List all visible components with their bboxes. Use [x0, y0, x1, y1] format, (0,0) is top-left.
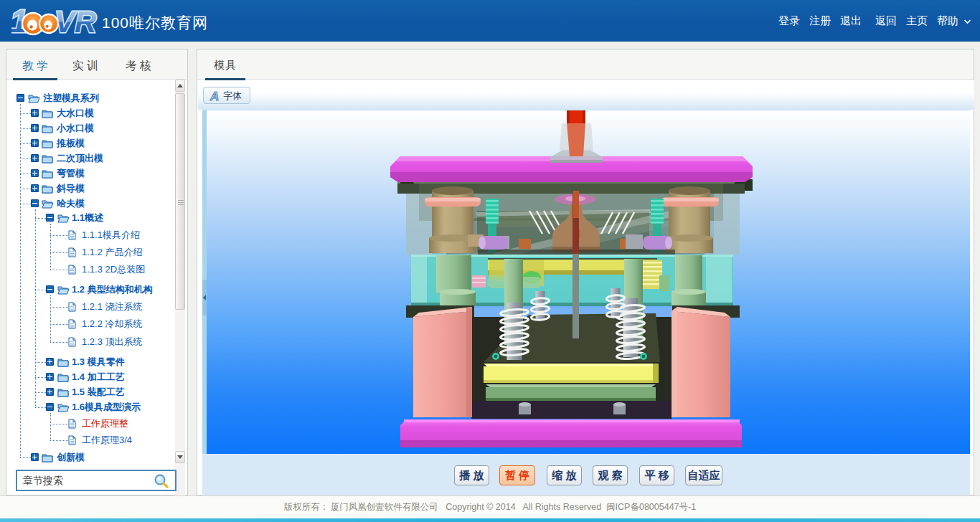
svg-text:A: A — [209, 90, 219, 103]
svg-text:VR: VR — [55, 5, 97, 39]
